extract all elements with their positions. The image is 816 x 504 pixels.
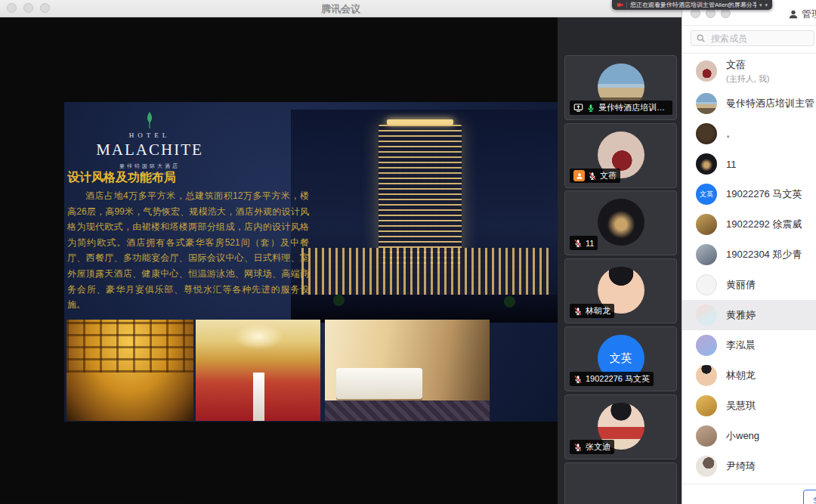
member-name: 11 bbox=[726, 159, 737, 170]
avatar-initials: 文英 bbox=[700, 190, 713, 199]
avatar bbox=[696, 456, 717, 477]
members-panel-window: 管理成员 文蓓 (主持人, 我) 曼佧特酒店培训主管 Allen 。 bbox=[682, 0, 816, 504]
member-row[interactable]: 尹绮琦 bbox=[682, 451, 816, 481]
member-name: 文蓓 bbox=[726, 58, 769, 72]
avatar bbox=[696, 305, 717, 326]
search-input[interactable] bbox=[709, 32, 809, 45]
participant-name: 张文迪 bbox=[586, 441, 610, 453]
viewing-banner-text: 您正在观看曼佧特酒店培训主管Allen的屏幕分享 bbox=[630, 1, 756, 9]
member-name: 尹绮琦 bbox=[726, 459, 756, 473]
guest-room-photo bbox=[325, 320, 490, 421]
avatar bbox=[696, 123, 717, 144]
member-row[interactable]: 19022304 郑少青 bbox=[682, 240, 816, 270]
window-titlebar: 腾讯会议 bbox=[0, 0, 682, 17]
slide-heading: 设计风格及功能布局 bbox=[67, 170, 176, 186]
avatar bbox=[696, 365, 717, 386]
avatar bbox=[696, 335, 717, 356]
chevron-down-icon[interactable]: ▾ bbox=[765, 2, 768, 8]
member-row[interactable]: 李泓晨 bbox=[682, 330, 816, 360]
host-badge-icon bbox=[573, 170, 585, 181]
mic-muted-icon bbox=[588, 172, 597, 181]
video-thumbnail-strip: 曼佧特酒店培训主管 Allen 文蓓 11 林朝 bbox=[558, 17, 682, 504]
member-name: 林朝龙 bbox=[726, 369, 756, 382]
avatar bbox=[696, 244, 717, 265]
member-row-highlighted[interactable]: 黄雅婷 bbox=[682, 300, 816, 330]
video-tile-mawenying[interactable]: 文英 19022276 马文英 bbox=[564, 326, 677, 391]
mic-muted-icon bbox=[573, 239, 583, 248]
member-search-box bbox=[691, 30, 814, 46]
member-row[interactable]: 19022292 徐震威 bbox=[682, 209, 816, 240]
avatar bbox=[696, 425, 717, 447]
participant-name: 曼佧特酒店培训主管 Allen bbox=[598, 102, 669, 113]
member-row[interactable]: 11 bbox=[682, 149, 816, 179]
participant-name: 文蓓 bbox=[600, 170, 617, 181]
member-name: 19022304 郑少青 bbox=[726, 248, 802, 261]
mute-all-button[interactable]: 全部静音 bbox=[803, 490, 816, 504]
video-tile-partial[interactable] bbox=[564, 462, 677, 504]
divider bbox=[682, 25, 816, 26]
video-tile-linchaolong[interactable]: 林朝龙 bbox=[564, 258, 677, 323]
shared-screen-stage: HOTEL MALACHITE 曼佧特国际大酒店 DONGGUAN 设计风格及功… bbox=[0, 17, 558, 504]
video-tile-allen[interactable]: 曼佧特酒店培训主管 Allen bbox=[564, 55, 677, 120]
mic-muted-icon bbox=[573, 443, 583, 452]
member-row[interactable]: 文蓓 (主持人, 我) bbox=[682, 54, 816, 88]
member-row[interactable]: 黄丽倩 bbox=[682, 270, 816, 300]
malachite-leaf-icon bbox=[144, 111, 156, 129]
screen-share-icon bbox=[573, 103, 583, 113]
tile-name-label: 11 bbox=[570, 236, 598, 250]
chevron-down-icon[interactable]: ▾ bbox=[759, 2, 762, 8]
banquet-hall-photo bbox=[196, 320, 320, 421]
tile-name-label: 曼佧特酒店培训主管 Allen bbox=[570, 100, 672, 115]
members-list: 文蓓 (主持人, 我) 曼佧特酒店培训主管 Allen 。 11 文英 19 bbox=[682, 54, 816, 481]
member-name: 黄雅婷 bbox=[726, 308, 756, 322]
divider bbox=[626, 2, 627, 8]
member-name: 黄丽倩 bbox=[726, 278, 756, 292]
avatar bbox=[696, 395, 717, 416]
avatar: 文英 bbox=[696, 184, 717, 205]
video-tile-zhangwendi[interactable]: 张文迪 bbox=[564, 394, 677, 459]
logo-hotel-name: MALACHITE bbox=[85, 141, 214, 159]
video-tile-wenbei[interactable]: 文蓓 bbox=[564, 123, 677, 188]
avatar bbox=[696, 93, 717, 114]
member-row[interactable]: 文英 19022276 马文英 bbox=[682, 179, 816, 209]
member-row[interactable]: 小weng bbox=[682, 421, 816, 451]
member-row[interactable]: 。 bbox=[682, 119, 816, 149]
members-window-title: 管理成员 bbox=[788, 8, 816, 21]
building-podium bbox=[301, 248, 549, 297]
member-row[interactable]: 吴慧琪 bbox=[682, 391, 816, 421]
building-ground bbox=[291, 295, 558, 323]
logo-hotel-word: HOTEL bbox=[85, 131, 214, 139]
member-name: 19022292 徐震威 bbox=[726, 218, 802, 231]
avatar bbox=[696, 60, 717, 82]
presentation-slide: HOTEL MALACHITE 曼佧特国际大酒店 DONGGUAN 设计风格及功… bbox=[64, 102, 558, 422]
building-tower bbox=[379, 125, 461, 265]
tile-name-label: 林朝龙 bbox=[570, 304, 614, 318]
slide-body-text: 酒店占地4万多平方米，总建筑面积12万多平方米，楼高26层，高99米，气势恢宏、… bbox=[67, 188, 309, 313]
member-row[interactable]: 林朝龙 bbox=[682, 360, 816, 391]
tile-name-label: 张文迪 bbox=[570, 440, 614, 454]
member-role: (主持人, 我) bbox=[726, 73, 769, 85]
lobby-photo bbox=[66, 320, 193, 421]
video-tile-11[interactable]: 11 bbox=[564, 190, 677, 255]
search-icon bbox=[696, 33, 706, 43]
mic-muted-icon bbox=[573, 307, 583, 316]
mic-on-icon bbox=[586, 104, 595, 113]
tile-name-label: 19022276 马文英 bbox=[570, 372, 654, 386]
tencent-meeting-app: 腾讯会议 您正在观看曼佧特酒店培训主管Allen的屏幕分享 ▾ ▾ HOTEL … bbox=[0, 0, 816, 504]
member-name: 李泓晨 bbox=[726, 339, 756, 352]
avatar bbox=[696, 274, 717, 295]
member-name: 曼佧特酒店培训主管 Allen bbox=[726, 97, 816, 110]
member-name: 小weng bbox=[726, 429, 759, 443]
mic-muted-icon bbox=[573, 375, 583, 384]
member-row[interactable]: 曼佧特酒店培训主管 Allen bbox=[682, 88, 816, 119]
avatar bbox=[696, 153, 717, 175]
member-name: 19022276 马文英 bbox=[726, 187, 802, 201]
avatar bbox=[598, 199, 644, 246]
window-title: 腾讯会议 bbox=[0, 2, 682, 16]
avatar-initials: 文英 bbox=[610, 351, 632, 366]
screen-share-viewing-banner[interactable]: 您正在观看曼佧特酒店培训主管Allen的屏幕分享 ▾ ▾ bbox=[612, 0, 772, 10]
avatar bbox=[696, 214, 717, 235]
hotel-building-photo bbox=[291, 110, 558, 323]
video-camera-icon bbox=[617, 2, 623, 8]
tile-name-label: 文蓓 bbox=[570, 169, 620, 183]
